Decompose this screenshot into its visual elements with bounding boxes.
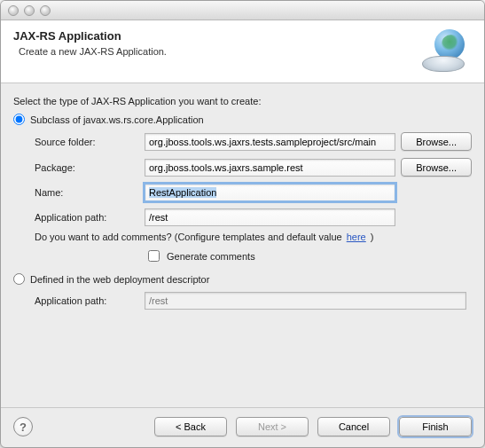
window-zoom-icon[interactable]: [40, 5, 51, 16]
content-area: Select the type of JAX-RS Application yo…: [1, 83, 484, 407]
generate-comments-row[interactable]: Generate comments: [145, 248, 472, 264]
titlebar: [1, 1, 484, 20]
generate-comments-label: Generate comments: [167, 251, 255, 262]
back-button[interactable]: < Back: [154, 417, 227, 436]
window-minimize-icon[interactable]: [24, 5, 35, 16]
source-folder-input[interactable]: [145, 133, 395, 151]
app-path-label: Application path:: [35, 212, 139, 223]
name-input[interactable]: [145, 184, 395, 201]
browse-source-folder-button[interactable]: Browse...: [401, 132, 472, 151]
browse-package-button[interactable]: Browse...: [401, 158, 472, 177]
banner: JAX-RS Application Create a new JAX-RS A…: [1, 20, 484, 83]
instruction-text: Select the type of JAX-RS Application yo…: [13, 96, 472, 106]
configure-templates-link[interactable]: here: [347, 232, 366, 242]
package-input[interactable]: [145, 159, 395, 177]
option-subclass-row[interactable]: Subclass of javax.ws.rs.core.Application: [13, 114, 472, 125]
generate-comments-checkbox[interactable]: [148, 250, 160, 262]
banner-title: JAX-RS Application: [13, 29, 420, 43]
radio-subclass-label: Subclass of javax.ws.rs.core.Application: [30, 114, 204, 125]
globe-dish-icon: [420, 29, 472, 72]
source-folder-label: Source folder:: [35, 137, 139, 147]
comments-question: Do you want to add comments? (Configure …: [35, 232, 472, 242]
window-close-icon[interactable]: [8, 5, 19, 16]
cancel-button[interactable]: Cancel: [317, 417, 390, 436]
wizard-window: JAX-RS Application Create a new JAX-RS A…: [0, 0, 485, 448]
banner-subtitle: Create a new JAX-RS Application.: [19, 46, 420, 57]
descriptor-app-path-label: Application path:: [35, 295, 139, 306]
option-descriptor-row[interactable]: Defined in the web deployment descriptor: [13, 273, 472, 285]
name-label: Name:: [35, 187, 139, 198]
help-icon[interactable]: ?: [13, 417, 33, 436]
radio-subclass[interactable]: [13, 114, 25, 125]
footer: ? < Back Next > Cancel Finish: [1, 407, 484, 447]
subclass-form: Source folder: Browse... Package: Browse…: [35, 132, 472, 226]
descriptor-form: Application path:: [35, 292, 472, 310]
radio-descriptor-label: Defined in the web deployment descriptor: [30, 274, 209, 285]
package-label: Package:: [35, 162, 139, 173]
finish-button[interactable]: Finish: [399, 417, 472, 436]
app-path-input[interactable]: [145, 208, 395, 226]
descriptor-app-path-input: [145, 292, 466, 310]
radio-descriptor[interactable]: [13, 273, 25, 285]
next-button: Next >: [236, 417, 309, 436]
